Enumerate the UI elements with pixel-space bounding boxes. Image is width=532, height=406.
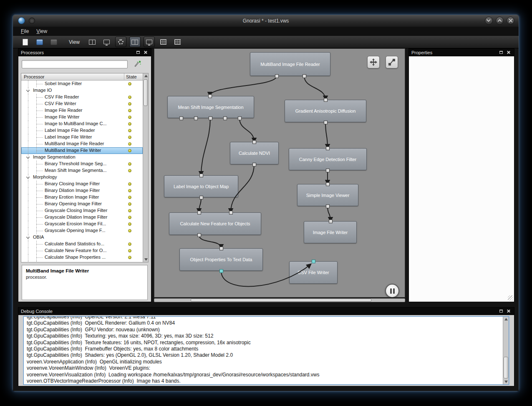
node-object-properties-to-text-data[interactable]: Object Properties To Text Data [179, 248, 263, 271]
port[interactable] [199, 174, 203, 177]
tree-item[interactable]: Label Image to Object Map [21, 261, 143, 262]
port[interactable] [197, 233, 201, 237]
open-workspace-button[interactable] [34, 37, 45, 47]
minimize-button[interactable] [485, 17, 493, 25]
scroll-down-icon[interactable] [144, 258, 148, 261]
tree-item[interactable]: Calculate Band Statistics fo... [21, 241, 143, 247]
grid-large-button[interactable] [172, 37, 183, 47]
canvas-hscrollbar[interactable] [154, 298, 405, 302]
port[interactable] [329, 219, 333, 223]
split-view-button[interactable] [87, 37, 98, 47]
grid-small-button[interactable] [158, 37, 169, 47]
port[interactable] [326, 169, 330, 172]
port[interactable] [199, 196, 203, 199]
scroll-up-icon[interactable] [504, 318, 508, 320]
tree-item[interactable]: Image IO [21, 87, 143, 94]
node-simple-image-viewer[interactable]: Simple Image Viewer [297, 184, 358, 206]
port[interactable] [275, 74, 279, 78]
processors-close-button[interactable] [142, 50, 149, 55]
tree-item[interactable]: Morphology [21, 174, 143, 181]
expander-icon[interactable] [26, 88, 30, 92]
port[interactable] [219, 247, 223, 250]
evaluate-pause-button[interactable] [385, 284, 399, 298]
tree-item[interactable]: Label Image File Writer [21, 134, 143, 141]
tree-item[interactable]: Sobel Image Filter [21, 81, 143, 87]
processor-tree-scrollbar[interactable] [143, 73, 148, 262]
console-float-button[interactable] [498, 308, 504, 314]
node-calculate-ndvi[interactable]: Calculate NDVI [230, 142, 279, 164]
scroll-down-icon[interactable] [504, 381, 508, 383]
tree-item[interactable]: Grayscale Opening Image F... [21, 227, 143, 234]
port[interactable] [252, 140, 256, 144]
console-scrollbar[interactable] [503, 317, 509, 384]
node-gradient-anisotropic-diffusion[interactable]: Gradient Anisotropic Diffusion [285, 100, 366, 122]
console-log-view[interactable]: tgt.GpuCapabilities (Info) OpenGL Versio… [23, 316, 509, 385]
canvas-hscrollbar-thumb[interactable] [191, 299, 371, 302]
expander-icon[interactable] [26, 175, 30, 179]
console-close-button[interactable] [505, 308, 512, 314]
port-cyan[interactable] [219, 269, 223, 273]
port[interactable] [194, 116, 198, 120]
tree-item[interactable]: Grayscale Erosion Image Fil... [21, 221, 143, 227]
port-cyan[interactable] [312, 260, 315, 263]
properties-float-button[interactable] [498, 50, 504, 55]
tree-item[interactable]: Mean Shift Image Segmenta... [21, 167, 143, 174]
tree-item[interactable]: Binary Erotion Image Filter [21, 194, 143, 201]
tree-item[interactable]: Image Segmentation [21, 154, 143, 161]
node-label-image-to-object-map[interactable]: Label Image to Object Map [164, 175, 238, 197]
maximize-button[interactable] [496, 17, 504, 25]
scroll-up-icon[interactable] [144, 75, 148, 77]
titlebar[interactable]: Gnorasi * - test1.vws [13, 15, 519, 27]
properties-close-button[interactable] [505, 50, 512, 55]
network-canvas[interactable]: MultiBand Image File ReaderMean Shift Im… [154, 48, 405, 298]
tree-item[interactable]: Binary Opening Image Filter [21, 201, 143, 207]
menu-view[interactable]: View [33, 28, 51, 35]
canvas-mode-button[interactable] [144, 37, 155, 47]
scrollbar-thumb[interactable] [504, 357, 508, 378]
filter-wand-icon[interactable] [133, 60, 144, 68]
close-button[interactable] [507, 17, 514, 25]
tree-item[interactable]: Calculate New Feature for O... [21, 247, 143, 254]
port[interactable] [179, 116, 183, 120]
port[interactable] [324, 98, 328, 102]
tree-item[interactable]: Image File Writer [21, 114, 143, 121]
expander-icon[interactable] [26, 235, 30, 239]
port[interactable] [208, 94, 212, 98]
new-workspace-button[interactable] [20, 37, 31, 47]
port[interactable] [197, 211, 201, 214]
tree-item[interactable]: Grayscale Dilation Image Filter [21, 214, 143, 221]
node-canny-edge-detection-filter[interactable]: Canny Edge Detection Filter [289, 148, 367, 170]
port[interactable] [303, 74, 306, 78]
port[interactable] [326, 204, 330, 208]
properties-panel-titlebar[interactable]: Properties [408, 48, 514, 56]
tree-item[interactable]: Image to MultiBand Image C... [21, 121, 143, 127]
menu-file[interactable]: File [17, 28, 33, 35]
tree-item[interactable]: Binary Threshold Image Seg... [21, 161, 143, 167]
processor-tree-header[interactable]: Processor State [21, 73, 143, 81]
processors-float-button[interactable] [135, 50, 141, 55]
port[interactable] [209, 116, 212, 120]
link-mode-button[interactable] [386, 56, 398, 68]
debug-console-titlebar[interactable]: Debug Console [18, 307, 514, 315]
port[interactable] [326, 146, 330, 150]
node-multiband-image-file-reader[interactable]: MultiBand Image File Reader [250, 52, 330, 76]
port[interactable] [238, 116, 242, 120]
expander-icon[interactable] [26, 155, 30, 159]
tree-item[interactable]: OBIA [21, 234, 143, 241]
tree-item[interactable]: Calculate Shape Properties ... [21, 254, 143, 261]
network-mode-button[interactable] [129, 37, 141, 47]
tree-item[interactable]: Binary Dilation Image Filter [21, 187, 143, 194]
port[interactable] [223, 116, 227, 120]
scrollbar-thumb[interactable] [144, 79, 148, 106]
tree-item[interactable]: Image File Reader [21, 107, 143, 114]
tree-item[interactable]: CSV File Writer [21, 101, 143, 107]
tree-item[interactable]: CSV File Reader [21, 94, 143, 101]
port[interactable] [252, 163, 256, 166]
node-mean-shift-image-segmentation[interactable]: Mean Shift Image Segmentation [167, 96, 254, 118]
resize-grip[interactable] [508, 295, 513, 300]
tree-item[interactable]: MultiBand Image File Writer [21, 147, 143, 154]
port[interactable] [324, 121, 328, 124]
node-image-file-writer[interactable]: Image File Writer [304, 221, 357, 243]
tree-item[interactable]: Binary Closing Image Filter [21, 181, 143, 187]
column-header-processor[interactable]: Processor [21, 74, 124, 79]
